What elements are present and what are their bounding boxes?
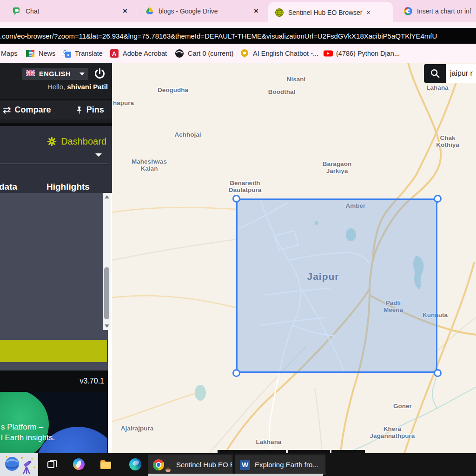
cart-icon — [175, 49, 184, 58]
map-label: Maheshwas Kalan — [128, 159, 171, 172]
tab-title: Insert a chart or info — [417, 7, 471, 15]
bookmark-adobe-acrobat[interactable]: A Adobe Acrobat — [110, 49, 167, 58]
scrollbar-thumb[interactable] — [104, 267, 109, 319]
map-label: Boodthal — [268, 89, 296, 96]
tab-google-drive[interactable]: blogs - Google Drive × — [139, 0, 264, 22]
tab-highlights[interactable]: Highlights — [46, 182, 90, 192]
divider — [0, 164, 108, 164]
map-label: Benarwith Daulatpura — [224, 180, 266, 194]
logout-button[interactable] — [93, 67, 106, 82]
map-search-widget — [424, 64, 476, 83]
map-label: Deogudha — [158, 87, 188, 94]
google-drive-icon — [145, 7, 154, 16]
map-label: Khera Jagannathpura — [364, 426, 420, 440]
scroll-down-icon[interactable] — [105, 324, 109, 328]
map-canvas[interactable]: hapura Deogudha Nisani Boodthal Lahana A… — [112, 63, 476, 453]
map-label: Lakhana — [256, 439, 282, 446]
dashboard-label: Dashboard — [61, 136, 106, 147]
word-icon: W — [240, 460, 250, 470]
file-explorer-icon[interactable] — [99, 458, 112, 471]
google-translate-icon: Ga — [62, 49, 71, 58]
bookmark-label: Maps — [1, 50, 17, 57]
edge-icon[interactable] — [129, 458, 142, 471]
windows-search-tile[interactable] — [0, 453, 38, 476]
map-label: Goner — [393, 403, 412, 410]
discover-section: Dashboard data Highlights — [0, 123, 112, 193]
close-icon[interactable]: × — [367, 9, 370, 16]
chatbot-pin-icon — [240, 49, 249, 58]
close-icon[interactable]: × — [123, 7, 127, 16]
svg-text:A: A — [112, 50, 117, 57]
map-label: Achhojai — [174, 132, 201, 139]
task-view-icon[interactable] — [46, 458, 58, 471]
bookmark-maps[interactable]: Maps — [1, 50, 17, 57]
pins-button[interactable]: Pins — [75, 105, 104, 115]
aoi-handle-nw[interactable] — [232, 195, 240, 203]
chevron-down-icon — [79, 72, 85, 76]
address-bar[interactable]: .com/eo-browser/?zoom=11&lat=26.934&lng=… — [0, 28, 476, 44]
tab-commercial-data[interactable]: data — [0, 182, 17, 192]
map-label: Nisani — [287, 76, 306, 83]
chrome-icon — [153, 456, 172, 473]
copilot-icon[interactable] — [73, 458, 86, 471]
collapse-chevron-icon[interactable] — [95, 153, 102, 157]
search-input[interactable] — [446, 64, 476, 83]
map-label: Chak Kothiya — [433, 135, 462, 149]
compare-button[interactable]: ⇄ Compare — [3, 105, 51, 116]
attribution-strip — [331, 450, 365, 453]
map-label: Lahana — [426, 85, 448, 92]
bookmark-python-django[interactable]: (4786) Python Djan... — [323, 49, 400, 58]
bookmark-ai-chatbot[interactable]: AI English Chatbot -... — [240, 49, 318, 58]
dashboard-link[interactable]: Dashboard — [47, 136, 106, 147]
windows-taskbar: Sentinel Hub EO Br... W Exploring Earth … — [0, 453, 476, 476]
greeting-text: Hello, shivani Patil — [47, 83, 108, 91]
google-news-icon — [26, 49, 35, 58]
tab-title: Chat — [26, 7, 40, 15]
tab-insert-chart[interactable]: Insert a chart or info — [399, 0, 476, 22]
youtube-icon — [323, 49, 332, 58]
promo-banner[interactable]: s Platform – l Earth insights. — [0, 392, 107, 453]
tab-title: Sentinel Hub EO Browser — [288, 9, 363, 16]
uk-flag-icon — [26, 70, 35, 78]
active-window-indicator — [148, 474, 323, 476]
google-chat-icon — [12, 7, 21, 16]
window-title: Exploring Earth fro... — [255, 461, 318, 469]
profile-avatar — [165, 467, 171, 473]
close-icon[interactable]: × — [254, 7, 258, 16]
panel-scrollbar[interactable] — [103, 193, 111, 330]
window-title: Sentinel Hub EO Br... — [176, 461, 232, 469]
results-panel — [0, 193, 108, 340]
bookmark-translate[interactable]: Ga Translate — [62, 49, 103, 58]
search-icon — [430, 68, 440, 79]
tab-separator — [136, 7, 136, 16]
tab-sentinel-hub-active[interactable]: Sentinel Hub EO Browser × — [268, 2, 393, 22]
banner-text-line1: s Platform – — [1, 423, 43, 432]
pins-label: Pins — [86, 105, 104, 115]
search-button[interactable] — [424, 64, 446, 83]
tab-chat[interactable]: Chat × — [7, 0, 133, 22]
bookmark-label: Cart 0 (current) — [188, 50, 233, 57]
browser-tab-strip: Chat × blogs - Google Drive × Sentinel H… — [0, 0, 476, 22]
bookmarks-bar: Maps News Ga Translate A Adobe Acrobat C… — [0, 44, 476, 63]
taskbar-window-chrome[interactable]: Sentinel Hub EO Br... — [148, 455, 232, 475]
map-label: Ajairajpura — [121, 425, 154, 432]
bookmark-cart[interactable]: Cart 0 (current) — [175, 49, 233, 58]
bookmark-news[interactable]: News — [26, 49, 55, 58]
language-label: ENGLISH — [39, 70, 71, 78]
language-selector[interactable]: ENGLISH — [22, 68, 88, 80]
map-label: Baragaon Jarkiya — [317, 161, 357, 175]
attribution-strip — [218, 450, 286, 453]
scroll-up-icon[interactable] — [105, 195, 109, 198]
aoi-selection-rectangle[interactable] — [236, 198, 437, 373]
version-label: v3.70.1 — [80, 377, 104, 385]
highlight-action-button[interactable] — [0, 340, 107, 362]
banner-text-line2: l Earth insights. — [1, 433, 55, 443]
globe-icon — [275, 8, 284, 17]
user-name: shivani Patil — [67, 83, 108, 91]
bookmark-label: Translate — [75, 50, 103, 57]
taskbar-window-word[interactable]: W Exploring Earth fro... — [235, 455, 325, 475]
aoi-handle-sw[interactable] — [232, 369, 240, 377]
aoi-handle-se[interactable] — [434, 369, 442, 377]
aoi-handle-ne[interactable] — [434, 195, 442, 203]
sidebar-spacer — [0, 362, 108, 370]
